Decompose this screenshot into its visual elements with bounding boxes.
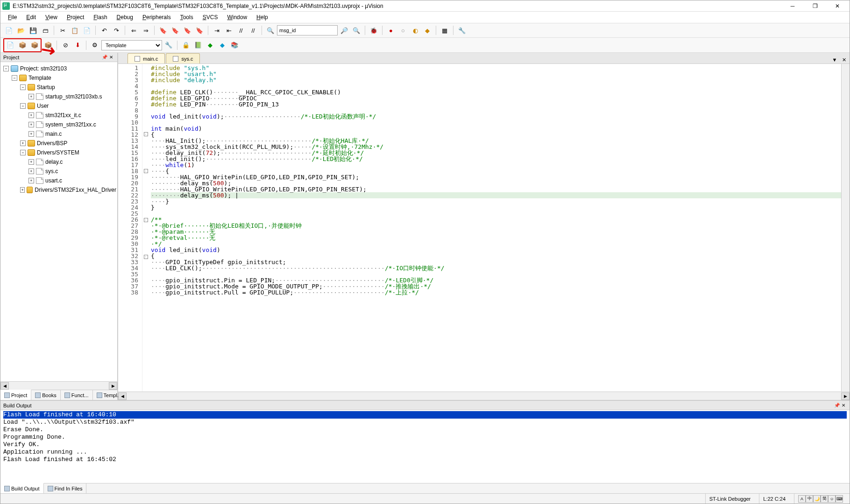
tree-file-system_stm32f1xx.c[interactable]: +system_stm32f1xx.c (1, 120, 116, 129)
editor-hscroll[interactable]: ◀▶ (118, 392, 850, 400)
minimize-button[interactable]: ─ (782, 1, 803, 11)
tree-group-User[interactable]: −User (1, 101, 116, 111)
sidebar-tab-books[interactable]: Books (31, 390, 61, 400)
window-title: E:\STM32\stm32_projects\0.template\STM32… (13, 3, 782, 9)
menu-debug[interactable]: Debug (112, 13, 138, 22)
tab-dropdown-icon[interactable]: ▼ (831, 56, 838, 63)
search-combo[interactable] (277, 25, 338, 35)
code-editor[interactable]: 1234567891011121314151617181920212223242… (118, 64, 850, 392)
breakpoint-disable-button[interactable]: ◐ (410, 25, 421, 36)
select-packs-button[interactable]: 📗 (192, 40, 204, 51)
manage-targets-button[interactable]: 🔧 (163, 40, 174, 51)
copy-button[interactable]: 📋 (69, 25, 80, 36)
indent-button[interactable]: ⇥ (211, 25, 222, 36)
menu-peripherals[interactable]: Peripherals (138, 13, 176, 22)
debug-button[interactable]: 🐞 (368, 25, 379, 36)
paste-button[interactable]: 📄 (81, 25, 92, 36)
breakpoint-kill-button[interactable]: ◆ (422, 25, 433, 36)
window-layout-button[interactable]: ▦ (439, 25, 450, 36)
menu-view[interactable]: View (41, 13, 62, 22)
bookmark-next-button[interactable]: 🔖 (182, 25, 193, 36)
nav-forward-button[interactable]: ⇒ (140, 25, 151, 36)
configure-button[interactable]: 🔧 (456, 25, 468, 36)
translate-button[interactable]: 📄 (5, 40, 16, 51)
menu-svcs[interactable]: SVCS (198, 13, 223, 22)
build-button[interactable]: 📦 (17, 40, 28, 51)
sidebar-tab-funct[interactable]: Funct... (61, 390, 93, 400)
pin-icon[interactable]: 📌 (101, 54, 108, 61)
incremental-find-button[interactable]: 🔍 (351, 25, 362, 36)
menu-project[interactable]: Project (62, 13, 89, 22)
project-tree[interactable]: −Project: stm32f103−Template−Startup+sta… (0, 62, 117, 381)
redo-button[interactable]: ↷ (111, 25, 122, 36)
new-file-button[interactable]: 📄 (3, 25, 14, 36)
output-close-icon[interactable]: ✕ (840, 402, 847, 409)
cut-button[interactable]: ✂ (57, 25, 68, 36)
output-body[interactable]: Flash Load finished at 16:40:10Load "..\… (0, 410, 850, 483)
batch-build-button[interactable]: 📦 (42, 40, 54, 51)
breakpoint-enable-button[interactable]: ○ (397, 25, 409, 36)
tree-project-root[interactable]: −Project: stm32f103 (1, 64, 116, 73)
tree-file-startup_stm32f103xb.s[interactable]: +startup_stm32f103xb.s (1, 92, 116, 101)
undo-button[interactable]: ↶ (99, 25, 110, 36)
statusbar: ST-Link Debugger L:22 C:24 A 中 🌙 简 ☺ ⌨ (0, 493, 850, 504)
sidebar-tab-project[interactable]: Project (0, 390, 31, 400)
keyboard-icon: ⌨ (836, 495, 843, 503)
output-pin-icon[interactable]: 📌 (834, 402, 840, 409)
bookmark-clear-button[interactable]: 🔖 (194, 25, 205, 36)
menu-file[interactable]: File (3, 13, 21, 22)
num-icon: 中 (806, 495, 813, 503)
tree-file-delay.c[interactable]: +delay.c (1, 157, 116, 167)
code-content[interactable]: #include "sys.h"#include "usart.h"#inclu… (149, 64, 841, 392)
editor-tab-sys.c[interactable]: sys.c (166, 53, 200, 63)
rebuild-button[interactable]: 📦 (29, 40, 40, 51)
output-tab-find-in-files[interactable]: Find In Files (44, 483, 87, 493)
uncomment-button[interactable]: // (248, 25, 259, 36)
menu-edit[interactable]: Edit (21, 13, 41, 22)
pack-installer-button[interactable]: ◆ (205, 40, 216, 51)
app-icon (2, 2, 10, 10)
save-button[interactable]: 💾 (28, 25, 39, 36)
tree-group-Drivers-SYSTEM[interactable]: −Drivers/SYSTEM (1, 148, 116, 157)
editor-tab-main.c[interactable]: main.c (128, 53, 165, 63)
tree-file-stm32f1xx_it.c[interactable]: +stm32f1xx_it.c (1, 111, 116, 120)
download-button[interactable]: ⬇ (72, 40, 83, 51)
tree-file-sys.c[interactable]: +sys.c (1, 167, 116, 176)
tree-target[interactable]: −Template (1, 73, 116, 83)
maximize-button[interactable]: ❐ (805, 1, 825, 11)
outdent-button[interactable]: ⇤ (223, 25, 234, 36)
comment-button[interactable]: // (235, 25, 247, 36)
breakpoint-insert-button[interactable]: ● (385, 25, 397, 36)
tree-group-Drivers-STM32F1xx_HAL_Driver[interactable]: +Drivers/STM32F1xx_HAL_Driver (1, 185, 116, 195)
manage-rte-button[interactable]: 🔒 (180, 40, 191, 51)
save-all-button[interactable]: 🗃 (40, 25, 51, 36)
tab-close-icon[interactable]: ✕ (840, 56, 848, 63)
menu-help[interactable]: Help (252, 13, 273, 22)
menu-window[interactable]: Window (222, 13, 252, 22)
nav-back-button[interactable]: ⇐ (128, 25, 139, 36)
tree-file-usart.c[interactable]: +usart.c (1, 176, 116, 185)
bookmark-prev-button[interactable]: 🔖 (170, 25, 181, 36)
close-button[interactable]: ✕ (827, 1, 848, 11)
stop-build-button[interactable]: ⊘ (60, 40, 71, 51)
sidebar-hscroll[interactable]: ◀▶ (0, 381, 117, 390)
line-gutter: 1234567891011121314151617181920212223242… (118, 64, 142, 392)
target-options-button[interactable]: ⚙ (89, 40, 100, 51)
output-tab-build-output[interactable]: Build Output (0, 483, 44, 493)
target-select[interactable]: Template (101, 40, 162, 50)
bookmark-toggle-button[interactable]: 🔖 (157, 25, 169, 36)
panel-close-icon[interactable]: ✕ (108, 54, 114, 61)
sidebar-tabs: ProjectBooksFunct...Templ... (0, 390, 117, 400)
find-button[interactable]: 🔍 (265, 25, 276, 36)
menu-tools[interactable]: Tools (176, 13, 198, 22)
tree-group-Drivers-BSP[interactable]: +Drivers/BSP (1, 139, 116, 148)
fold-column[interactable]: ---- (142, 64, 149, 392)
tree-group-Startup[interactable]: −Startup (1, 83, 116, 92)
open-file-button[interactable]: 📂 (15, 25, 27, 36)
reload-packs-button[interactable]: ◆ (217, 40, 228, 51)
find-in-files-button[interactable]: 🔎 (339, 25, 350, 36)
editor-vscroll[interactable] (841, 64, 850, 392)
tree-file-main.c[interactable]: +main.c (1, 129, 116, 139)
menu-flash[interactable]: Flash (89, 13, 112, 22)
books-button[interactable]: 📚 (229, 40, 240, 51)
